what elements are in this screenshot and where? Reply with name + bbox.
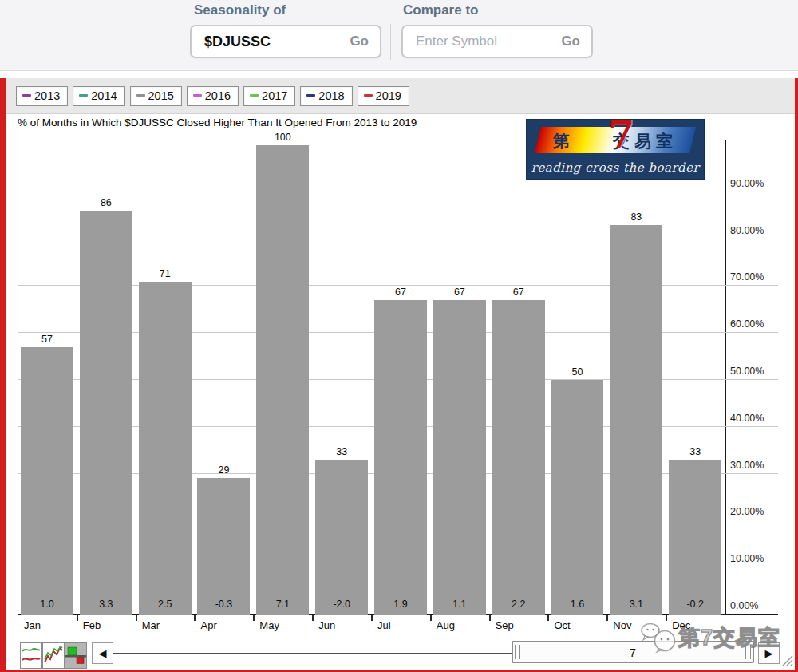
legend-dash-icon xyxy=(306,94,315,97)
legend-year-2018[interactable]: 2018 xyxy=(300,86,352,106)
x-axis-month-label: Nov xyxy=(613,619,631,631)
legend-year-2013[interactable]: 2013 xyxy=(16,86,68,106)
bar-footer-value: 3.1 xyxy=(610,599,662,610)
x-axis-month-label: Jan xyxy=(24,619,41,631)
x-axis-month-label: Sep xyxy=(496,619,514,631)
bar-value-label: 67 xyxy=(433,287,486,298)
legend-dash-icon xyxy=(193,94,202,97)
x-axis-tick xyxy=(547,615,549,621)
bar-value-label: 57 xyxy=(21,334,73,345)
y-axis-tick-label: 30.00% xyxy=(730,460,786,471)
compare-go-button[interactable]: Go xyxy=(561,34,580,49)
chart-title: % of Months in Which $DJUSSC Closed High… xyxy=(18,117,417,128)
bar-footer-value: 2.2 xyxy=(492,599,545,610)
bar-Sep xyxy=(492,300,545,615)
x-axis-month-label: Jul xyxy=(377,619,391,631)
x-axis-tick xyxy=(194,615,196,621)
legend-year-2017[interactable]: 2017 xyxy=(243,86,295,106)
legend-year-2015[interactable]: 2015 xyxy=(130,86,182,106)
legend-year-label: 2016 xyxy=(205,89,231,102)
x-axis-month-label: Apr xyxy=(200,619,216,631)
y-axis-tick-label: 50.00% xyxy=(730,366,786,377)
bar-Nov xyxy=(610,225,662,615)
plot-area: 571.0Jan863.3Feb712.5Mar29-0.3Apr1007.1M… xyxy=(18,137,725,615)
chat-face-icon xyxy=(640,622,678,654)
y-axis-tick-label: 70.00% xyxy=(730,271,786,283)
bar-value-label: 33 xyxy=(315,446,368,457)
x-axis-month-label: Feb xyxy=(83,619,101,631)
x-axis-tick xyxy=(312,615,314,621)
x-axis-tick xyxy=(77,615,78,621)
bar-Dec xyxy=(669,460,721,615)
x-axis-tick xyxy=(371,615,373,621)
wechat-watermark: 第7交易室 xyxy=(640,622,780,654)
compare-symbol-input[interactable] xyxy=(414,33,545,50)
y-axis-tick-label: 0.00% xyxy=(730,600,786,611)
y-axis-tick-label: 90.00% xyxy=(730,178,786,189)
bar-footer-value: 1.9 xyxy=(374,599,427,610)
year-legend: 2013201420152016201720182019 xyxy=(6,78,795,114)
seasonality-bar-chart-icon xyxy=(65,645,86,666)
bar-footer-value: 3.3 xyxy=(80,599,132,610)
x-axis-tick xyxy=(430,615,432,621)
legend-year-2014[interactable]: 2014 xyxy=(73,86,124,106)
bar-value-label: 33 xyxy=(669,446,721,457)
chart-type-button-seasonality-bars[interactable] xyxy=(65,642,87,669)
y-axis-tick-label: 20.00% xyxy=(730,506,786,517)
bar-value-label: 83 xyxy=(610,211,662,223)
bar-value-label: 67 xyxy=(492,287,545,298)
seasonality-of-label: Seasonality of xyxy=(194,2,286,18)
y-axis-tick-label: 40.00% xyxy=(730,413,786,424)
scrollbar-thumb-label: 7 xyxy=(630,646,636,659)
x-axis-tick xyxy=(666,615,667,621)
left-arrow-icon: ◀ xyxy=(99,647,107,659)
legend-year-label: 2015 xyxy=(148,89,174,102)
dual-line-chart-icon xyxy=(22,645,41,666)
bar-value-label: 67 xyxy=(374,287,427,298)
legend-year-label: 2019 xyxy=(376,89,401,102)
legend-dash-icon xyxy=(79,94,88,97)
bar-value-label: 86 xyxy=(80,197,132,208)
top-header: Seasonality of Go Compare to Go xyxy=(0,0,798,71)
chart-type-button-overlay[interactable] xyxy=(42,642,65,669)
x-axis-month-label: Mar xyxy=(142,619,160,631)
bar-footer-value: -0.3 xyxy=(197,599,250,610)
seasonality-go-button[interactable]: Go xyxy=(350,34,369,49)
bar-footer-value: -2.0 xyxy=(315,599,368,610)
bar-footer-value: 1.6 xyxy=(551,599,603,610)
resize-grip-icon[interactable] xyxy=(778,651,794,667)
bar-value-label: 100 xyxy=(256,132,309,143)
bar-Jan xyxy=(21,347,73,615)
bar-Mar xyxy=(139,282,192,615)
compare-to-label: Compare to xyxy=(403,2,478,18)
bar-footer-value: -0.2 xyxy=(669,599,721,610)
legend-year-label: 2017 xyxy=(262,89,287,102)
bar-footer-value: 7.1 xyxy=(256,599,309,610)
bar-value-label: 50 xyxy=(551,366,603,378)
bar-Feb xyxy=(80,211,132,615)
bar-footer-value: 1.1 xyxy=(433,599,486,610)
scroll-left-button[interactable]: ◀ xyxy=(92,642,113,664)
header-divider xyxy=(390,24,391,60)
x-axis-month-label: Jun xyxy=(318,619,335,631)
x-axis-tick xyxy=(489,615,491,621)
seasonality-symbol-input[interactable] xyxy=(203,33,334,51)
legend-year-2019[interactable]: 2019 xyxy=(358,86,409,106)
legend-year-label: 2014 xyxy=(91,89,117,102)
legend-year-label: 2013 xyxy=(34,89,60,102)
x-axis-month-label: Oct xyxy=(554,619,570,631)
bar-Apr xyxy=(197,478,250,615)
bar-Jun xyxy=(315,460,368,615)
legend-year-2016[interactable]: 2016 xyxy=(187,86,239,106)
bar-footer-value: 2.5 xyxy=(139,599,192,610)
y-axis-line xyxy=(725,140,726,615)
bar-value-label: 29 xyxy=(197,464,250,476)
bar-Oct xyxy=(551,380,603,615)
y-axis-tick-label: 60.00% xyxy=(730,318,786,330)
x-axis-month-label: May xyxy=(259,619,279,631)
y-axis-tick-label: 80.00% xyxy=(730,225,786,236)
scrollbar-track[interactable] xyxy=(113,653,512,654)
bar-footer-value: 1.0 xyxy=(21,599,73,610)
chart-type-button-lines[interactable] xyxy=(20,642,42,669)
legend-dash-icon xyxy=(250,94,259,97)
